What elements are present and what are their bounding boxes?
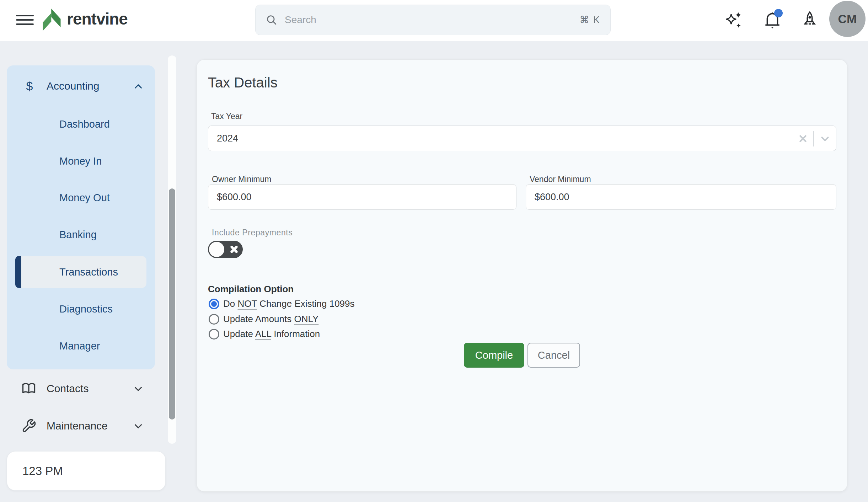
sidebar-item-transactions[interactable]: Transactions	[15, 256, 146, 288]
avatar-initials: CM	[838, 12, 857, 26]
radio-option-do-not-change[interactable]: Do NOT Change Existing 1099s	[209, 296, 355, 311]
top-header: rentvine Search ⌘ K	[0, 0, 868, 41]
search-placeholder: Search	[285, 14, 579, 26]
cancel-button[interactable]: Cancel	[527, 343, 580, 368]
radio-selected[interactable]	[209, 299, 219, 309]
search-input[interactable]: Search ⌘ K	[255, 5, 611, 35]
app-root: rentvine Search ⌘ K	[0, 0, 868, 502]
chevron-down-icon	[132, 420, 144, 432]
clock-widget: 123 PM	[7, 451, 166, 491]
sidebar-accounting-panel: $ Accounting Dashboard Money In Money Ou…	[7, 65, 155, 369]
sidebar-section-contacts[interactable]: Contacts	[7, 377, 155, 400]
rocket-whats-new-icon[interactable]	[798, 9, 822, 33]
tax-year-label: Tax Year	[211, 112, 242, 121]
book-icon	[20, 381, 38, 396]
sidebar-item-diagnostics[interactable]: Diagnostics	[7, 298, 155, 320]
selected-indicator-bar	[15, 256, 21, 288]
compile-button[interactable]: Compile	[464, 343, 524, 368]
sidebar-scrollbar-track[interactable]	[168, 55, 176, 444]
sidebar-section-accounting[interactable]: $ Accounting	[7, 75, 155, 97]
sidebar-item-banking[interactable]: Banking	[7, 224, 155, 246]
sidebar-scrollbar-thumb[interactable]	[169, 188, 175, 420]
radio-option-update-all-information[interactable]: Update ALL Information	[209, 326, 320, 342]
search-icon	[266, 14, 278, 26]
clock-time: 123 PM	[22, 464, 63, 478]
clear-x-icon[interactable]	[798, 133, 808, 144]
owner-minimum-input[interactable]: $600.00	[208, 184, 516, 210]
logo-text: rentvine	[67, 9, 128, 28]
include-prepayments-label: Include Prepayments	[212, 228, 293, 237]
include-prepayments-toggle[interactable]	[208, 241, 243, 258]
radio-unselected[interactable]	[209, 314, 219, 325]
tax-details-card: Tax Details Tax Year 2024 Owner Minimum …	[197, 59, 847, 492]
chevron-down-icon	[132, 383, 144, 395]
vendor-minimum-label: Vendor Minimum	[530, 175, 591, 184]
rentvine-logo-mark	[41, 6, 64, 31]
tax-year-select[interactable]: 2024	[208, 126, 836, 151]
user-avatar[interactable]: CM	[829, 1, 866, 37]
wrench-icon	[20, 418, 38, 433]
sidebar-item-dashboard[interactable]: Dashboard	[7, 113, 155, 135]
compilation-option-heading: Compilation Option	[208, 284, 294, 295]
radio-option-update-amounts-only[interactable]: Update Amounts ONLY	[209, 311, 318, 327]
notifications-bell-icon[interactable]	[760, 9, 784, 33]
radio-unselected[interactable]	[209, 329, 219, 340]
sidebar-item-manager[interactable]: Manager	[7, 335, 155, 357]
sidebar-section-maintenance[interactable]: Maintenance	[7, 415, 155, 437]
sidebar-item-money-in[interactable]: Money In	[7, 150, 155, 172]
owner-minimum-label: Owner Minimum	[212, 175, 271, 184]
rentvine-logo[interactable]: rentvine	[41, 6, 128, 31]
select-divider	[813, 131, 814, 146]
chevron-down-icon[interactable]	[819, 133, 831, 145]
notification-badge-dot	[774, 9, 783, 17]
dollar-icon: $	[22, 79, 37, 93]
sidebar-item-money-out[interactable]: Money Out	[7, 187, 155, 209]
accounting-label: Accounting	[47, 80, 99, 92]
tax-year-value: 2024	[217, 133, 238, 144]
vendor-minimum-input[interactable]: $600.00	[526, 184, 836, 210]
toggle-knob	[209, 242, 224, 257]
toggle-off-x-icon	[229, 245, 239, 254]
chevron-up-icon	[132, 80, 144, 92]
page-title: Tax Details	[208, 75, 278, 91]
search-shortcut: ⌘ K	[579, 14, 600, 26]
ai-sparkles-icon[interactable]	[722, 9, 746, 33]
hamburger-menu-icon[interactable]	[16, 12, 34, 28]
